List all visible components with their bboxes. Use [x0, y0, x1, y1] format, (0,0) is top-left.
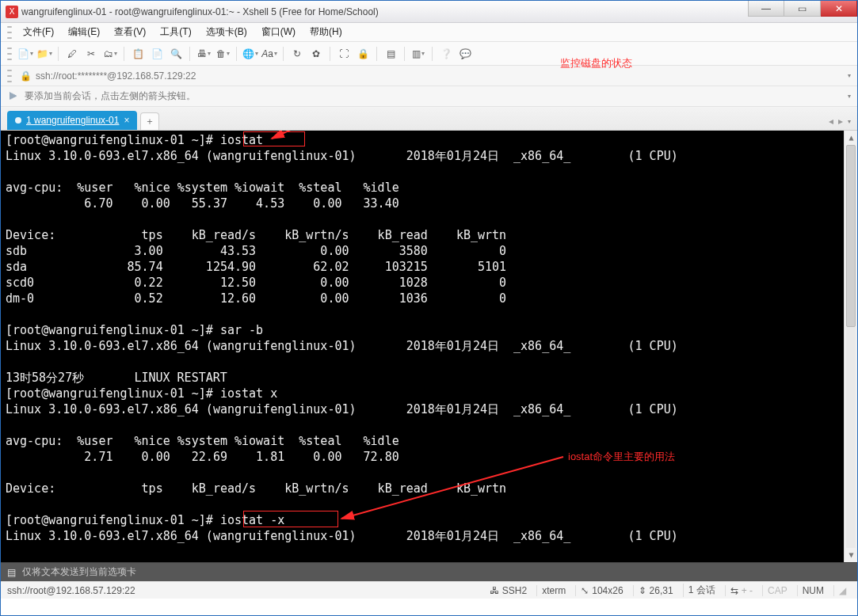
network-icon: 🖧: [490, 585, 499, 596]
menu-tabs[interactable]: 选项卡(B): [200, 23, 254, 41]
status-protocol: SSH2: [502, 585, 527, 596]
address-grip-icon: [7, 70, 12, 82]
info-bar: ⯈ 要添加当前会话，点击左侧的箭头按钮。 监控磁盘的状态 ▾: [1, 86, 857, 107]
tab-dirty-dot-icon: [15, 117, 21, 124]
app-icon: X: [6, 6, 18, 18]
menu-help[interactable]: 帮助(H): [303, 23, 349, 41]
scroll-up-icon[interactable]: ▲: [845, 131, 857, 145]
menu-tools[interactable]: 工具(T): [154, 23, 197, 41]
session-tabs: 1 wangruifenglinux-01 × ＋ ◂ ▸ ▾: [1, 107, 857, 131]
app-window: X wangruifenglinux-01 - root@wangruifeng…: [0, 0, 858, 616]
lock-icon: 🔒: [20, 70, 31, 82]
annotation-arrow-1-icon: [264, 131, 375, 147]
toolbar-grip-icon: [7, 48, 12, 60]
tile-horizontal-button[interactable]: ▤: [382, 45, 399, 63]
info-dropdown-icon[interactable]: ▾: [848, 93, 851, 100]
address-dropdown-icon[interactable]: ▾: [848, 72, 851, 79]
status-resize-grip-icon[interactable]: ◢: [839, 585, 846, 596]
open-folder-button[interactable]: 📁▾: [36, 45, 53, 63]
status-arrows: + -: [742, 585, 753, 596]
tab-nav-left-icon[interactable]: ◂: [829, 116, 833, 127]
send-bar-label: 仅将文本发送到当前选项卡: [22, 565, 136, 579]
menu-bar: 文件(F) 编辑(E) 查看(V) 工具(T) 选项卡(B) 窗口(W) 帮助(…: [1, 23, 857, 42]
svg-line-0: [272, 131, 359, 139]
menu-file[interactable]: 文件(F): [17, 23, 60, 41]
refresh-button[interactable]: ↻: [288, 45, 306, 63]
disconnect-button[interactable]: ✂: [82, 45, 100, 63]
help-button[interactable]: ❔: [437, 45, 455, 63]
send-mode-icon[interactable]: ▤: [7, 567, 16, 578]
menu-view[interactable]: 查看(V): [108, 23, 152, 41]
scroll-thumb[interactable]: [846, 145, 856, 327]
nav-arrows-icon: ⇆: [730, 585, 738, 596]
lock-scroll-button[interactable]: 🔒: [354, 45, 372, 63]
status-bar: ssh://root@192.168.57.129:22 🖧SSH2 xterm…: [1, 581, 857, 599]
tab-label: 1 wangruifenglinux-01: [26, 115, 119, 126]
status-term: xterm: [542, 585, 566, 596]
tab-list-dropdown-icon[interactable]: ▾: [848, 118, 851, 125]
paste-button[interactable]: 📄: [148, 45, 166, 63]
close-button[interactable]: ✕: [821, 1, 857, 17]
session-tab-1[interactable]: 1 wangruifenglinux-01 ×: [7, 111, 137, 130]
address-text[interactable]: ssh://root:********@192.168.57.129:22: [36, 70, 196, 82]
find-button[interactable]: 🔍: [167, 45, 185, 63]
status-size: 104x26: [592, 585, 623, 596]
resize-icon: ⤡: [581, 585, 589, 596]
xagent-button[interactable]: ✿: [307, 45, 325, 63]
status-sessions: 1 会话: [688, 584, 715, 597]
tool-bar: 📄▾ 📁▾ 🖊 ✂ 🗂▾ 📋 📄 🔍 🖶▾ 🗑▾ 🌐▾ Aa▾ ↻ ✿ ⛶ 🔒 …: [1, 42, 857, 66]
menu-window[interactable]: 窗口(W): [255, 23, 302, 41]
status-numlock: NUM: [803, 585, 824, 596]
annotation-1: 监控磁盘的状态: [560, 56, 632, 70]
tab-close-icon[interactable]: ×: [124, 115, 129, 126]
title-bar: X wangruifenglinux-01 - root@wangruifeng…: [1, 1, 857, 23]
terminal-scrollbar[interactable]: ▲ ▼: [844, 131, 857, 562]
tab-add-button[interactable]: ＋: [140, 112, 159, 130]
about-button[interactable]: 💬: [456, 45, 474, 63]
annotation-2: iostat命令里主要的用法: [568, 449, 675, 465]
status-capslock: CAP: [768, 585, 787, 596]
minimize-button[interactable]: —: [748, 1, 784, 17]
menu-edit[interactable]: 编辑(E): [62, 23, 106, 41]
maximize-button[interactable]: ▭: [784, 1, 821, 17]
terminal[interactable]: [root@wangruifenglinux-01 ~]# iostat Lin…: [1, 131, 857, 562]
fullscreen-button[interactable]: ⛶: [335, 45, 353, 63]
print-button[interactable]: 🖶▾: [195, 45, 212, 63]
status-cursor: 26,31: [650, 585, 673, 596]
copy-button[interactable]: 📋: [129, 45, 147, 63]
font-button[interactable]: Aa▾: [261, 45, 278, 63]
tab-nav-right-icon[interactable]: ▸: [838, 116, 843, 127]
window-title: wangruifenglinux-01 - root@wangruifengli…: [21, 6, 379, 17]
send-bar: ▤ 仅将文本发送到当前选项卡: [1, 562, 857, 581]
menu-grip-icon: [7, 26, 12, 39]
view-mode-button[interactable]: ▥▾: [410, 45, 427, 63]
log-button[interactable]: 🗑▾: [214, 45, 231, 63]
info-hint: 要添加当前会话，点击左侧的箭头按钮。: [25, 89, 196, 103]
add-session-icon[interactable]: ⯈: [7, 91, 20, 102]
new-session-button[interactable]: 📄▾: [17, 45, 34, 63]
status-connection: ssh://root@192.168.57.129:22: [7, 585, 135, 596]
properties-button[interactable]: 🗂▾: [101, 45, 119, 63]
cursor-pos-icon: ⇕: [639, 585, 646, 596]
encoding-button[interactable]: 🌐▾: [242, 45, 259, 63]
reconnect-button[interactable]: 🖊: [63, 45, 81, 63]
scroll-down-icon[interactable]: ▼: [845, 548, 857, 562]
address-bar: 🔒 ssh://root:********@192.168.57.129:22 …: [1, 66, 857, 86]
